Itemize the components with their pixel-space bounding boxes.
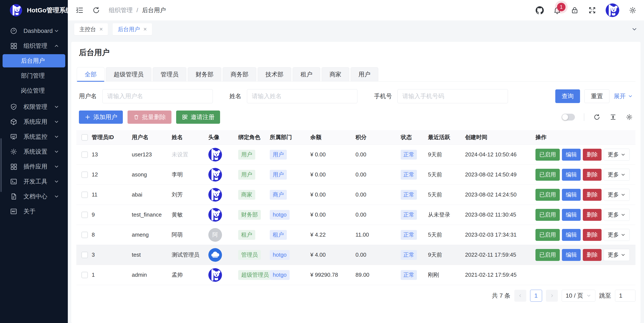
chevron-down-icon[interactable] <box>631 26 638 33</box>
close-icon[interactable]: × <box>99 26 103 32</box>
more-button[interactable]: 更多 <box>604 189 630 201</box>
notification-badge: 1 <box>557 3 566 11</box>
role-tab-business[interactable]: 商务部 <box>223 67 256 81</box>
breadcrumb-parent[interactable]: 组织管理 <box>109 6 133 14</box>
close-icon[interactable]: × <box>143 26 147 32</box>
tab-chip-console[interactable]: 主控台 × <box>74 23 108 35</box>
row-checkbox[interactable] <box>82 232 88 238</box>
enabled-button[interactable]: 已启用 <box>536 249 560 261</box>
refresh-icon[interactable] <box>92 6 100 14</box>
enabled-button[interactable]: 已启用 <box>536 149 560 161</box>
cube-icon <box>10 118 18 126</box>
filter-row: 用户名 姓名 手机号 查询 重置 展开 <box>76 89 636 103</box>
sidebar-item-backend-users[interactable]: 后台用户 <box>2 54 65 67</box>
prev-page-button[interactable] <box>514 290 526 302</box>
more-button[interactable]: 更多 <box>604 169 630 181</box>
user-avatar[interactable] <box>606 4 619 17</box>
settings-gear-icon[interactable] <box>629 6 637 14</box>
edit-button[interactable]: 编辑 <box>562 249 581 261</box>
search-button[interactable]: 查询 <box>555 89 580 103</box>
select-all-checkbox[interactable] <box>82 134 88 141</box>
striped-toggle[interactable] <box>562 114 575 121</box>
enabled-button[interactable]: 已启用 <box>536 209 560 221</box>
column-settings-gear-icon[interactable] <box>626 114 633 121</box>
edit-button[interactable]: 编辑 <box>562 229 581 241</box>
role-tab-merchant[interactable]: 商家 <box>322 67 349 81</box>
cell-last-active: 5天前 <box>428 191 465 198</box>
role-tab-all[interactable]: 全部 <box>77 67 104 81</box>
batch-delete-button[interactable]: 批量删除 <box>128 111 172 124</box>
row-checkbox[interactable] <box>82 212 88 218</box>
logo-row[interactable]: HotGo管理系统 <box>0 0 68 21</box>
enabled-button[interactable]: 已启用 <box>536 229 560 241</box>
sidebar-item-system-monitor[interactable]: 系统监控 <box>2 130 65 143</box>
delete-button[interactable]: 删除 <box>583 229 602 241</box>
edit-button[interactable]: 编辑 <box>562 169 581 181</box>
role-tab-tech[interactable]: 技术部 <box>258 67 291 81</box>
username-input[interactable] <box>102 89 213 103</box>
github-icon[interactable] <box>536 6 544 14</box>
dept-tag: hotgo <box>270 250 290 260</box>
role-tab-user[interactable]: 用户 <box>350 67 378 81</box>
row-checkbox[interactable] <box>82 272 88 278</box>
enabled-button[interactable]: 已启用 <box>536 189 560 201</box>
expand-link[interactable]: 展开 <box>614 92 633 100</box>
edit-button[interactable]: 编辑 <box>562 209 581 221</box>
sidebar-item-positions[interactable]: 岗位管理 <box>2 84 65 97</box>
delete-button[interactable]: 删除 <box>583 149 602 161</box>
more-button[interactable]: 更多 <box>604 229 630 241</box>
sidebar-item-plugins[interactable]: 插件应用 <box>2 160 65 173</box>
sidebar-item-permissions[interactable]: 权限管理 <box>2 100 65 114</box>
invite-register-button[interactable]: 邀请注册 <box>176 111 220 124</box>
row-checkbox[interactable] <box>82 172 88 178</box>
bell-icon[interactable]: 1 <box>553 6 561 14</box>
sidebar-item-departments[interactable]: 部门管理 <box>2 69 65 82</box>
role-tab-finance[interactable]: 财务部 <box>188 67 221 81</box>
more-button[interactable]: 更多 <box>604 149 630 161</box>
phone-input[interactable] <box>398 89 508 103</box>
sidebar-scrollbar[interactable] <box>0 138 2 192</box>
lock-icon[interactable] <box>571 6 579 14</box>
table-refresh-icon[interactable] <box>593 114 600 121</box>
row-checkbox[interactable] <box>82 151 88 158</box>
enabled-button[interactable]: 已启用 <box>536 169 560 181</box>
delete-button[interactable]: 删除 <box>583 209 602 221</box>
jump-page-input[interactable] <box>615 290 636 302</box>
delete-button[interactable]: 删除 <box>583 249 602 261</box>
sidebar-item-dev-tools[interactable]: 开发工具 <box>2 175 65 188</box>
row-checkbox[interactable] <box>82 192 88 198</box>
sidebar-item-organization[interactable]: 组织管理 <box>2 39 65 53</box>
delete-button[interactable]: 删除 <box>583 169 602 181</box>
role-tab-super-admin[interactable]: 超级管理员 <box>106 67 152 81</box>
menu-fold-icon[interactable] <box>76 6 84 14</box>
cloud-avatar-icon <box>208 248 222 262</box>
add-user-button[interactable]: 添加用户 <box>79 111 123 124</box>
gear-icon <box>10 148 18 156</box>
sidebar-item-system-settings[interactable]: 系统设置 <box>2 145 65 158</box>
breadcrumb-current[interactable]: 后台用户 <box>142 6 166 14</box>
chevron-down-icon <box>620 232 626 237</box>
sidebar-item-about[interactable]: 关于 <box>2 205 65 218</box>
delete-button[interactable]: 删除 <box>583 189 602 201</box>
role-tab-tenant[interactable]: 租户 <box>292 67 320 81</box>
sidebar-item-dashboard[interactable]: Dashboard <box>2 24 65 38</box>
page-size-select[interactable]: 10 / 页 <box>562 290 596 302</box>
density-icon[interactable] <box>610 114 617 121</box>
username-label: 用户名 <box>79 92 97 100</box>
shield-check-icon <box>10 103 18 111</box>
name-input[interactable] <box>247 89 358 103</box>
sidebar-item-docs[interactable]: 文档中心 <box>2 190 65 203</box>
more-button[interactable]: 更多 <box>604 209 630 221</box>
tab-chip-backend-users[interactable]: 后台用户 × <box>112 23 152 35</box>
fullscreen-icon[interactable] <box>588 6 596 14</box>
more-button[interactable]: 更多 <box>604 249 630 261</box>
sidebar-item-system-apps[interactable]: 系统应用 <box>2 115 65 128</box>
next-page-button[interactable] <box>546 290 558 302</box>
dept-tag: 用户 <box>270 150 287 160</box>
row-checkbox[interactable] <box>82 252 88 258</box>
role-tab-admin[interactable]: 管理员 <box>153 67 186 81</box>
reset-button[interactable]: 重置 <box>584 89 610 103</box>
edit-button[interactable]: 编辑 <box>562 149 581 161</box>
edit-button[interactable]: 编辑 <box>562 189 581 201</box>
page-number-button[interactable]: 1 <box>530 290 542 302</box>
